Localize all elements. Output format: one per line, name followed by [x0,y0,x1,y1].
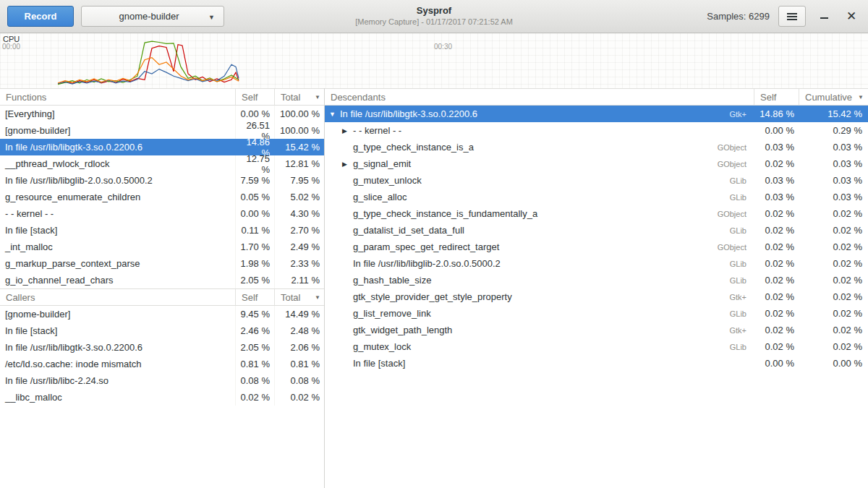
descendant-name-cell: gtk_style_provider_get_style_propertyGtk… [325,291,754,302]
functions-table-row[interactable]: [Everything]0.00 %100.00 % [0,106,324,122]
function-name: - - kernel - - [0,208,235,219]
functions-total-column-header[interactable]: Total ▼ [274,89,324,105]
callers-table-row[interactable]: In file /usr/lib/libc-2.24.so0.08 %0.08 … [0,372,324,389]
collapse-arrow-icon[interactable]: ▼ [329,111,340,118]
callers-table-row[interactable]: In file [stack]2.46 %2.48 % [0,322,324,339]
library-category: GLib [730,276,754,285]
descendant-name-cell: g_type_check_instance_is_fundamentally_a… [325,208,754,219]
library-category: Gtk+ [729,293,754,301]
function-name: g_param_spec_get_redirect_target [353,241,499,252]
descendants-table-row[interactable]: In file /usr/lib/libglib-2.0.so.0.5000.2… [325,255,868,272]
descendants-table-row[interactable]: g_slice_allocGLib0.03 %0.03 % [325,189,868,205]
total-percent: 2.48 % [274,322,324,339]
descendants-table-row[interactable]: ▼In file /usr/lib/libgtk-3.so.0.2200.6Gt… [325,106,868,122]
window-title: Sysprof [355,4,513,17]
self-percent: 0.11 % [235,222,274,239]
function-name: [gnome-builder] [0,309,235,320]
functions-table-row[interactable]: In file [stack]0.11 %2.70 % [0,222,324,239]
close-button[interactable]: ✕ [842,7,861,26]
cumulative-percent: 0.03 % [799,142,868,153]
descendants-table-row[interactable]: gtk_widget_path_lengthGtk+0.02 %0.02 % [325,322,868,338]
function-name: [gnome-builder] [0,125,235,136]
functions-self-column-header[interactable]: Self [235,89,274,105]
self-column-label: Self [760,92,776,103]
self-percent: 0.02 % [754,308,799,319]
total-percent: 2.06 % [274,339,324,356]
descendant-name-cell: ▶- - kernel - - [325,125,754,136]
callers-table-row[interactable]: /etc/ld.so.cache: inode mismatch0.81 %0.… [0,356,324,372]
total-percent: 7.95 % [274,172,324,189]
cumulative-percent: 0.02 % [799,225,868,236]
descendants-table-row[interactable]: g_mutex_lockGLib0.02 %0.02 % [325,338,868,355]
library-category: GLib [730,309,754,318]
minimize-button[interactable] [814,7,833,26]
functions-table-row[interactable]: __pthread_rwlock_rdlock12.75 %12.81 % [0,155,324,172]
cumulative-percent: 0.02 % [799,325,868,335]
functions-table-row[interactable]: g_markup_parse_context_parse1.98 %2.33 % [0,255,324,272]
menu-button[interactable] [778,6,806,27]
descendants-table-row[interactable]: g_type_check_instance_is_aGObject0.03 %0… [325,139,868,155]
total-percent: 2.11 % [274,272,324,288]
functions-table-row[interactable]: - - kernel - -0.00 %4.30 % [0,205,324,222]
record-button[interactable]: Record [7,6,74,27]
function-name: g_io_channel_read_chars [0,275,235,286]
self-percent: 0.03 % [754,192,799,202]
functions-table-row[interactable]: g_io_channel_read_chars2.05 %2.11 % [0,272,324,288]
functions-table-row[interactable]: _int_malloc1.70 %2.49 % [0,239,324,255]
callers-table-row[interactable]: [gnome-builder]9.45 %14.49 % [0,306,324,322]
cumulative-percent: 0.03 % [799,158,868,169]
descendants-table-row[interactable]: g_datalist_id_set_data_fullGLib0.02 %0.0… [325,222,868,239]
callers-table-row[interactable]: In file /usr/lib/libgtk-3.so.0.2200.62.0… [0,339,324,356]
cpu-timeline-graph[interactable]: CPU 00:00 00:30 [0,33,868,88]
window-subtitle: [Memory Capture] - 01/17/2017 07:21:52 A… [355,17,513,27]
function-name: g_type_check_instance_is_a [353,142,474,153]
time-tick-start: 00:00 [2,43,20,51]
descendant-name-cell: ▶g_signal_emitGObject [325,158,754,169]
function-name: __libc_malloc [0,392,235,403]
callers-column-header[interactable]: Callers [0,289,235,305]
functions-table-row[interactable]: In file /usr/lib/libglib-2.0.so.0.5000.2… [0,172,324,189]
self-percent: 2.05 % [235,272,274,288]
callers-table-row[interactable]: __libc_malloc0.02 %0.02 % [0,389,324,406]
sort-descending-icon: ▼ [854,94,864,100]
function-name: __pthread_rwlock_rdlock [0,158,235,169]
callers-total-column-header[interactable]: Total ▼ [274,289,324,305]
function-name: g_hash_table_size [353,275,431,286]
function-name: g_list_remove_link [353,308,431,319]
expand-arrow-icon[interactable]: ▶ [342,160,353,168]
total-percent: 0.08 % [274,372,324,389]
descendants-self-column-header[interactable]: Self [754,89,799,105]
self-percent: 2.46 % [235,322,274,339]
descendants-table-row[interactable]: g_mutex_unlockGLib0.03 %0.03 % [325,172,868,189]
self-percent: 0.02 % [754,341,799,352]
descendants-table-row[interactable]: ▶- - kernel - -0.00 %0.29 % [325,122,868,139]
self-percent: 0.81 % [235,356,274,372]
process-selector-dropdown[interactable]: gnome-builder ▼ [81,6,224,27]
function-name: In file /usr/lib/libglib-2.0.so.0.5000.2 [0,175,235,186]
function-name: g_resource_enumerate_children [0,192,235,202]
descendants-table-row[interactable]: g_type_check_instance_is_fundamentally_a… [325,205,868,222]
descendants-table-row[interactable]: g_param_spec_get_redirect_targetGObject0… [325,239,868,255]
descendants-table-row[interactable]: In file [stack]0.00 %0.00 % [325,355,868,372]
total-percent: 5.02 % [274,189,324,205]
function-name: g_datalist_id_set_data_full [353,225,464,236]
callers-self-column-header[interactable]: Self [235,289,274,305]
descendants-cumulative-column-header[interactable]: Cumulative ▼ [799,89,868,105]
functions-table-header: Functions Self Total ▼ [0,88,324,106]
functions-table-row[interactable]: [gnome-builder]26.51 %100.00 % [0,122,324,139]
self-percent: 0.03 % [754,142,799,153]
descendants-column-header[interactable]: Descendants [325,89,754,105]
total-percent: 2.70 % [274,222,324,239]
descendants-table-row[interactable]: g_list_remove_linkGLib0.02 %0.02 % [325,305,868,322]
expand-arrow-icon[interactable]: ▶ [342,127,353,134]
functions-table-row[interactable]: In file /usr/lib/libgtk-3.so.0.2200.614.… [0,139,324,155]
self-percent: 0.02 % [754,158,799,169]
cumulative-column-label: Cumulative [805,92,852,103]
descendants-table-row[interactable]: ▶g_signal_emitGObject0.02 %0.03 % [325,155,868,172]
cumulative-percent: 0.02 % [799,341,868,352]
functions-column-header[interactable]: Functions [0,89,235,105]
functions-table-row[interactable]: g_resource_enumerate_children0.05 %5.02 … [0,189,324,205]
descendants-table-row[interactable]: g_hash_table_sizeGLib0.02 %0.02 % [325,272,868,288]
hamburger-icon [787,13,797,20]
descendants-table-row[interactable]: gtk_style_provider_get_style_propertyGtk… [325,288,868,305]
